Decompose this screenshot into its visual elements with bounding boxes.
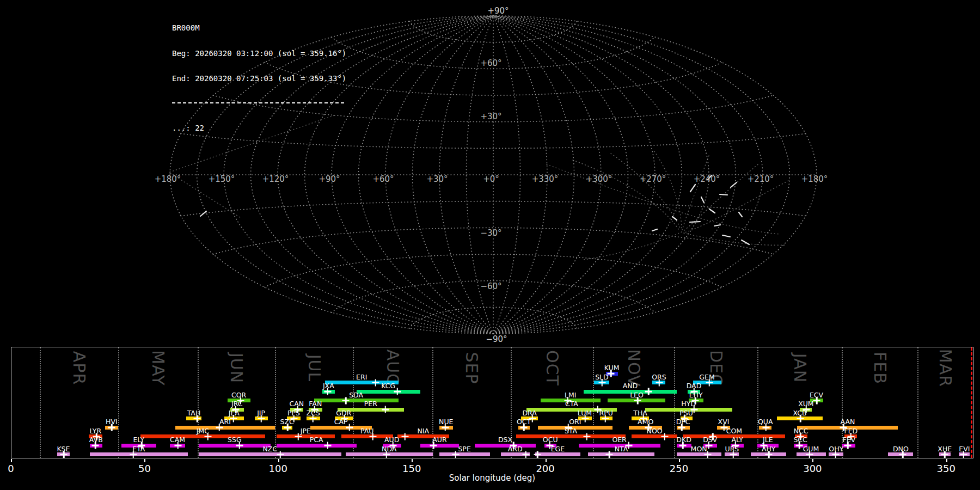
shower-code-pca: PCA (310, 436, 323, 443)
shower-code-ari: ARI (219, 418, 231, 425)
x-tick (946, 459, 947, 462)
shower-code-spe: SPE (458, 445, 470, 452)
x-tick (812, 459, 813, 462)
max-marker (800, 415, 801, 422)
shower-bar-ari (175, 426, 275, 430)
max-marker (219, 424, 220, 431)
max-marker (287, 424, 289, 431)
max-marker (312, 415, 314, 422)
shower-code-eta: ETA (132, 445, 145, 452)
shower-code-jpe: JPE (301, 427, 311, 434)
shower-code-kcg: KCG (381, 382, 395, 389)
max-marker (681, 424, 683, 431)
max-marker (723, 424, 725, 431)
max-marker (207, 433, 209, 440)
shower-code-nzc: NZC (262, 445, 277, 452)
shower-code-com: COM (726, 427, 742, 434)
max-marker (835, 451, 836, 458)
shower-code-ard: ARD (508, 445, 523, 452)
max-marker (768, 451, 770, 458)
max-marker (525, 451, 527, 458)
x-tick (278, 459, 279, 462)
shower-bar-spe (439, 452, 490, 456)
max-marker (523, 424, 525, 431)
max-marker (658, 379, 660, 386)
shower-code-gem: GEM (699, 373, 714, 381)
month-label-sep: SEP (462, 352, 481, 384)
shower-code-gum: GUM (803, 445, 819, 452)
shower-code-fev: FEV (843, 436, 856, 443)
shower-bar-mon (677, 452, 721, 456)
max-marker (637, 397, 639, 404)
shower-bar-kcg (357, 390, 420, 394)
shower-bar-sda (314, 399, 399, 402)
month-label-feb: FEB (870, 352, 889, 384)
max-marker (537, 451, 538, 458)
max-marker (177, 442, 179, 449)
shower-code-jxa: JXA (323, 382, 334, 389)
x-tick (679, 459, 680, 462)
month-boundary-line (917, 347, 918, 458)
shower-code-fan: FAN (309, 400, 322, 407)
max-marker (433, 442, 434, 449)
current-sol-line (971, 347, 972, 458)
shower-code-cor: COR (231, 391, 246, 399)
max-marker (601, 379, 603, 386)
shower-bar-dsx (475, 444, 536, 448)
max-marker (279, 451, 281, 458)
shower-code-noo: NOO (647, 427, 663, 434)
shower-bar-aur (420, 444, 458, 448)
month-boundary-line (275, 347, 276, 458)
max-marker (385, 451, 387, 458)
x-tick-label: 200 (536, 463, 554, 474)
month-boundary-line (674, 347, 675, 458)
month-label-mar: MAR (936, 349, 955, 387)
max-marker (327, 388, 328, 395)
shower-code-ely: ELY (133, 436, 144, 443)
x-tick-label: 0 (8, 463, 14, 474)
max-marker (261, 415, 262, 422)
max-marker (628, 442, 629, 449)
month-boundary-line (118, 347, 119, 458)
max-marker (682, 442, 684, 449)
month-label-jun: JUN (227, 353, 246, 383)
x-tick (11, 459, 12, 462)
max-marker (405, 433, 406, 440)
max-marker (604, 415, 606, 422)
shower-bar-ssg (199, 444, 271, 448)
x-tick (546, 459, 547, 462)
month-label-jan: JAN (790, 353, 809, 383)
month-boundary-line (593, 347, 594, 458)
shower-code-ori: ORI (569, 418, 581, 425)
max-marker (95, 442, 96, 449)
activity-timeline: Solar longitude (deg) APRMAYJUNJULAUGSEP… (0, 0, 980, 490)
shower-bar-sta (516, 434, 626, 438)
max-marker (444, 424, 446, 431)
max-marker (963, 451, 964, 458)
shower-code-ege: EGE (551, 445, 565, 452)
max-marker (384, 406, 386, 413)
shower-code-nia: NIA (418, 427, 430, 434)
max-marker (708, 379, 710, 386)
shower-code-mon: MON (691, 445, 707, 452)
max-marker (584, 415, 586, 422)
shower-code-psu: PSU (679, 409, 693, 416)
max-marker (944, 451, 946, 458)
shower-code-evi: EVI (959, 445, 970, 452)
shower-code-sta: STA (565, 427, 577, 434)
shower-code-dpc: DPC (676, 418, 690, 425)
month-boundary-line (40, 347, 41, 458)
max-marker (902, 451, 904, 458)
shower-bar-noo (632, 434, 678, 438)
x-tick-label: 50 (138, 463, 151, 474)
max-marker (455, 451, 456, 458)
max-marker (111, 424, 113, 431)
x-tick-label: 150 (402, 463, 421, 474)
shower-code-and: AND (623, 382, 638, 389)
shower-code-rpu: RPU (599, 409, 613, 416)
max-marker (233, 415, 235, 422)
max-marker (609, 451, 610, 458)
shower-code-oer: OER (612, 436, 626, 443)
max-marker (297, 433, 299, 440)
shower-code-aly: ALY (731, 436, 743, 443)
